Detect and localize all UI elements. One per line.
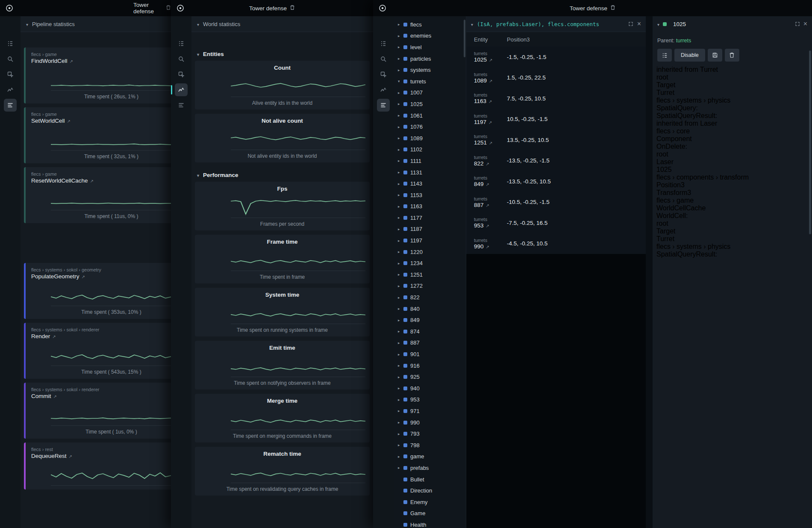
query-input[interactable]: (IsA, prefabs.Laser), flecs.components (477, 21, 624, 27)
inspector-row[interactable]: inherited from Laser (653, 120, 812, 127)
tree-item[interactable]: Game (394, 508, 466, 519)
stat-name-link[interactable]: Commit (31, 393, 171, 399)
section-header[interactable]: Entities (191, 46, 373, 61)
expand-arrow-icon[interactable]: ▸ (398, 329, 403, 333)
chevron-down-icon[interactable] (657, 21, 659, 27)
tree-item[interactable]: ▸ 887 (394, 337, 466, 349)
expand-arrow-icon[interactable]: ▸ (398, 295, 403, 300)
inspector-row[interactable]: flecs › components › transform (653, 174, 812, 181)
expand-arrow-icon[interactable]: ▸ (398, 386, 403, 390)
disable-button[interactable]: Disable (674, 49, 705, 62)
parent-link[interactable]: turrets (676, 38, 691, 44)
expand-arrow-icon[interactable]: ▸ (398, 136, 403, 140)
tree-item[interactable]: ▸ 1007 (394, 87, 466, 99)
tree-item[interactable]: ▸ 953 (394, 394, 466, 406)
tree-view-button[interactable] (657, 49, 672, 62)
expand-arrow-icon[interactable]: ▸ (398, 170, 403, 174)
expand-arrow-icon[interactable]: ▸ (398, 341, 403, 345)
inspector-row[interactable]: SpatialQueryResult: Enemy (653, 251, 812, 258)
query-result-row[interactable]: turrets 887 -10.5, -0.25, -1.5 (466, 192, 646, 213)
time-range-button[interactable] (47, 36, 56, 42)
tree-item[interactable]: ▸ 1177 (394, 212, 466, 224)
tree-item[interactable]: ▸ 1131 (394, 167, 466, 178)
entity-link[interactable]: 990 (474, 243, 507, 250)
chart-icon[interactable] (175, 83, 188, 96)
chart-icon[interactable] (4, 83, 17, 96)
tree-item[interactable]: ▸ enemies (394, 30, 466, 42)
trash-icon[interactable] (610, 5, 615, 12)
search-icon[interactable] (377, 53, 390, 65)
time-range-button[interactable] (26, 36, 35, 42)
inspector-scrollbar[interactable] (809, 50, 811, 234)
expand-arrow-icon[interactable]: ▸ (398, 466, 403, 470)
chart-icon[interactable] (377, 83, 390, 96)
query-result-row[interactable]: turrets 822 -13.5, -0.25, -1.5 (466, 150, 646, 171)
tree-item[interactable]: Bullet (394, 474, 466, 485)
tree-item[interactable]: ▸ 793 (394, 428, 466, 440)
tree-item[interactable]: ▸ 849 (394, 314, 466, 326)
search-icon[interactable] (4, 53, 17, 65)
expand-arrow-icon[interactable]: ▸ (398, 432, 403, 436)
delete-button[interactable] (725, 49, 739, 62)
tree-view-icon[interactable] (4, 37, 17, 50)
expand-arrow-icon[interactable]: ▸ (398, 102, 403, 106)
tree-item[interactable]: ▸ 1111 (394, 155, 466, 167)
inspector-row[interactable]: flecs › systems › physics (653, 243, 812, 251)
inspector-row[interactable]: Component (653, 135, 812, 143)
time-range-button[interactable] (68, 36, 78, 42)
save-button[interactable] (708, 49, 722, 62)
tree-item[interactable]: ▸ 1234 (394, 257, 466, 269)
inspector-row[interactable]: Turret (653, 235, 812, 243)
stat-name-link[interactable]: SetWorldCell (31, 118, 171, 124)
chevron-down-icon[interactable] (197, 21, 199, 27)
tree-item[interactable]: ▸ 1272 (394, 280, 466, 292)
inspector-row[interactable]: Target (653, 81, 812, 89)
expand-icon[interactable] (795, 21, 800, 27)
entity-link[interactable]: 822 (474, 160, 507, 167)
entity-link[interactable]: 887 (474, 202, 507, 208)
statistics-icon[interactable] (175, 99, 188, 112)
tree-scrollbar[interactable] (464, 20, 465, 57)
query-result-row[interactable]: turrets 1025 -1.5, -0.25, -1.5 (466, 47, 646, 68)
statistics-icon[interactable] (377, 99, 390, 112)
inspector-row[interactable]: SpatialQuery: Enemy (653, 104, 812, 112)
tree-item[interactable]: ▸ game (394, 451, 466, 463)
expand-arrow-icon[interactable]: ▸ (398, 454, 403, 459)
tree-item[interactable]: ▾ turrets (394, 76, 466, 87)
inspector-row[interactable]: Position3 (653, 181, 812, 189)
inspect-icon[interactable] (377, 68, 390, 81)
close-icon[interactable] (803, 21, 807, 27)
tree-item[interactable]: ▸ 940 (394, 383, 466, 394)
tree-item[interactable]: ▸ 1251 (394, 269, 466, 280)
expand-arrow-icon[interactable]: ▸ (398, 261, 403, 265)
stat-name-link[interactable]: Render (31, 333, 171, 339)
expand-arrow-icon[interactable]: ▸ (398, 409, 403, 413)
tree-item[interactable]: Direction (394, 485, 466, 496)
tree-item[interactable]: ▸ prefabs (394, 462, 466, 474)
stat-name-link[interactable]: PopulateGeometry (31, 273, 171, 280)
expand-arrow-icon[interactable]: ▸ (398, 182, 403, 186)
entity-link[interactable]: 953 (474, 222, 507, 229)
trash-icon[interactable] (290, 5, 295, 12)
expand-arrow-icon[interactable]: ▸ (398, 147, 403, 152)
inspector-row[interactable]: flecs › game (653, 197, 812, 204)
entity-link[interactable]: 1089 (474, 77, 507, 84)
expand-icon[interactable] (628, 21, 633, 27)
inspector-row[interactable]: WorldCell: 1341 (653, 212, 812, 220)
expand-arrow-icon[interactable]: ▸ (398, 443, 403, 447)
time-range-button[interactable] (36, 36, 46, 42)
tree-item[interactable]: ▸ 901 (394, 348, 466, 360)
expand-arrow-icon[interactable]: ▸ (398, 91, 403, 95)
expand-arrow-icon[interactable]: ▾ (398, 79, 403, 83)
time-range-button[interactable] (239, 36, 249, 42)
chevron-down-icon[interactable] (197, 51, 199, 57)
expand-arrow-icon[interactable]: ▸ (398, 284, 403, 288)
expand-arrow-icon[interactable]: ▸ (398, 45, 403, 49)
expand-arrow-icon[interactable]: ▸ (398, 307, 403, 311)
query-result-row[interactable]: turrets 1251 13.5, -0.25, 10.5 (466, 130, 646, 150)
section-header[interactable]: Performance (191, 167, 373, 182)
expand-arrow-icon[interactable]: ▸ (398, 352, 403, 357)
expand-arrow-icon[interactable]: ▸ (398, 398, 403, 402)
search-icon[interactable] (175, 53, 188, 65)
tree-item[interactable]: ▸ 822 (394, 292, 466, 303)
